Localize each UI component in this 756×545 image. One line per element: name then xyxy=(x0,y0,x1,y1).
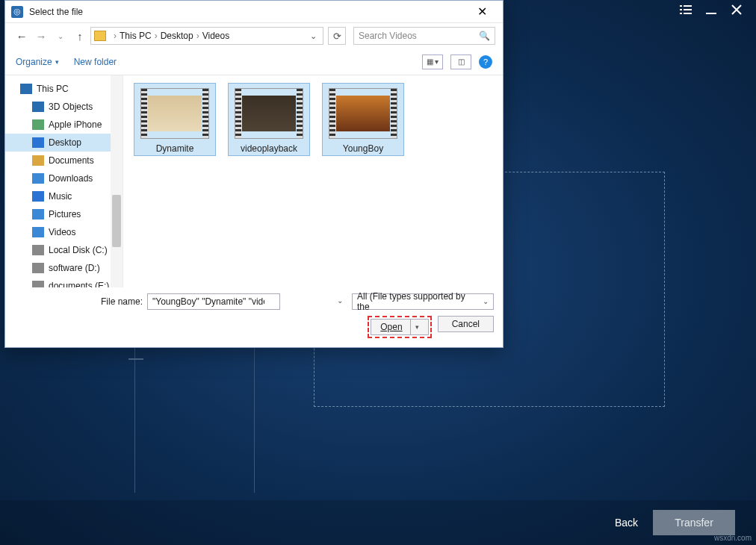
file-item[interactable]: YoungBoy xyxy=(322,83,404,156)
app-titlebar xyxy=(666,0,756,22)
app-icon: ◎ xyxy=(11,6,23,18)
nav-forward-button[interactable]: → xyxy=(32,27,50,45)
scrollbar[interactable] xyxy=(111,75,123,287)
file-name: videoplayback xyxy=(230,143,308,154)
breadcrumb-root[interactable]: This PC xyxy=(120,31,152,41)
folder-icon xyxy=(32,191,44,202)
dialog-nav: ← → ⌄ ↑ › This PC › Desktop › Videos ⌄ ⟳… xyxy=(5,23,503,49)
nav-recent-button[interactable]: ⌄ xyxy=(52,27,69,45)
organize-menu[interactable]: Organize▾ xyxy=(16,57,59,67)
chevron-down-icon: ▾ xyxy=(415,323,419,331)
folder-icon xyxy=(32,102,44,112)
preview-pane-button[interactable]: ◫ xyxy=(450,54,471,69)
video-thumbnail xyxy=(235,88,303,139)
app-footer: Back Transfer xyxy=(0,500,756,545)
file-item[interactable]: Dynamite xyxy=(134,83,216,156)
dialog-titlebar: ◎ Select the file ✕ xyxy=(5,1,503,23)
tree-label: Pictures xyxy=(49,209,81,219)
tree-item[interactable]: Videos xyxy=(5,223,123,241)
tree-item[interactable]: This PC xyxy=(5,80,123,98)
file-name: YoungBoy xyxy=(324,143,402,154)
tree-item[interactable]: Documents xyxy=(5,152,123,169)
video-thumbnail xyxy=(329,88,397,139)
open-highlight: Open ▾ xyxy=(368,316,431,338)
tree-item[interactable]: Pictures xyxy=(5,205,123,223)
tree-item[interactable]: Downloads xyxy=(5,169,123,187)
marker xyxy=(128,358,143,360)
folder-icon xyxy=(32,281,44,287)
tree-label: Documents xyxy=(49,155,94,166)
dialog-body: This PC3D ObjectsApple iPhoneDesktopDocu… xyxy=(5,75,503,287)
watermark: wsxdn.com xyxy=(714,534,752,542)
list-icon[interactable] xyxy=(680,4,692,19)
close-button[interactable]: ✕ xyxy=(467,4,497,19)
chevron-down-icon[interactable]: ⌄ xyxy=(337,296,343,305)
minimize-icon[interactable] xyxy=(705,4,717,19)
search-icon: 🔍 xyxy=(479,31,490,41)
folder-icon xyxy=(32,245,44,255)
dialog-toolbar: Organize▾ New folder ▦ ▾ ◫ ? xyxy=(5,49,503,75)
address-bar[interactable]: › This PC › Desktop › Videos ⌄ xyxy=(90,27,323,45)
file-grid[interactable]: DynamitevideoplaybackYoungBoy xyxy=(123,75,503,287)
nav-up-button[interactable]: ↑ xyxy=(71,27,89,45)
open-button[interactable]: Open ▾ xyxy=(371,319,428,335)
nav-back-button[interactable]: ← xyxy=(13,27,31,45)
close-icon[interactable] xyxy=(731,4,743,19)
svg-rect-4 xyxy=(680,13,682,14)
tree-label: Music xyxy=(49,191,72,202)
tree-label: Desktop xyxy=(49,137,81,148)
svg-rect-0 xyxy=(680,5,682,7)
tree-item[interactable]: 3D Objects xyxy=(5,98,123,116)
tree-item[interactable]: Apple iPhone xyxy=(5,116,123,134)
file-item[interactable]: videoplayback xyxy=(228,83,310,156)
breadcrumb-mid[interactable]: Desktop xyxy=(161,31,193,41)
svg-rect-2 xyxy=(680,9,682,10)
tree-item[interactable]: documents (E:) xyxy=(5,277,123,287)
tree-label: Videos xyxy=(49,227,75,237)
svg-rect-1 xyxy=(684,5,692,7)
dialog-bottom: File name: ⌄ All (File types supported b… xyxy=(5,287,503,347)
file-open-dialog: ◎ Select the file ✕ ← → ⌄ ↑ › This PC › … xyxy=(4,0,504,348)
chevron-down-icon[interactable]: ⌄ xyxy=(307,31,320,41)
svg-rect-5 xyxy=(684,13,692,14)
transfer-button[interactable]: Transfer xyxy=(653,510,735,535)
button-row: Open ▾ Cancel xyxy=(14,316,494,338)
breadcrumb-leaf[interactable]: Videos xyxy=(202,31,229,41)
svg-rect-3 xyxy=(684,9,692,10)
folder-icon xyxy=(32,137,44,148)
back-button[interactable]: Back xyxy=(615,517,638,529)
help-icon[interactable]: ? xyxy=(479,55,492,69)
file-type-select[interactable]: All (File types supported by the ⌄ xyxy=(352,293,494,310)
chevron-down-icon[interactable]: ⌄ xyxy=(483,297,489,305)
divider xyxy=(134,343,135,493)
tree-item[interactable]: Desktop xyxy=(5,134,123,152)
new-folder-button[interactable]: New folder xyxy=(74,57,117,67)
tree-label: Downloads xyxy=(49,173,93,184)
tree-label: 3D Objects xyxy=(49,102,93,112)
view-mode-button[interactable]: ▦ ▾ xyxy=(422,54,443,69)
folder-icon xyxy=(32,173,44,184)
dialog-title: Select the file xyxy=(29,7,467,17)
folder-icon xyxy=(32,263,44,273)
cancel-button[interactable]: Cancel xyxy=(438,316,494,332)
folder-tree[interactable]: This PC3D ObjectsApple iPhoneDesktopDocu… xyxy=(5,75,123,287)
tree-label: This PC xyxy=(37,84,69,94)
filename-label: File name: xyxy=(14,296,143,307)
tree-item[interactable]: software (D:) xyxy=(5,259,123,277)
folder-icon xyxy=(32,155,44,166)
video-thumbnail xyxy=(140,88,209,139)
filename-input-wrap: ⌄ xyxy=(147,293,347,310)
toolbar-right: ▦ ▾ ◫ ? xyxy=(422,54,492,69)
tree-label: Local Disk (C:) xyxy=(49,245,108,255)
filename-input[interactable] xyxy=(147,293,280,310)
folder-icon xyxy=(32,209,44,219)
scrollbar-thumb[interactable] xyxy=(112,195,121,247)
tree-item[interactable]: Local Disk (C:) xyxy=(5,241,123,259)
folder-icon xyxy=(94,31,106,41)
search-input[interactable]: Search Videos 🔍 xyxy=(353,27,495,45)
tree-item[interactable]: Music xyxy=(5,187,123,205)
refresh-button[interactable]: ⟳ xyxy=(328,27,346,45)
tree-label: software (D:) xyxy=(49,263,100,273)
tree-label: documents (E:) xyxy=(49,281,109,287)
folder-icon xyxy=(20,84,32,94)
